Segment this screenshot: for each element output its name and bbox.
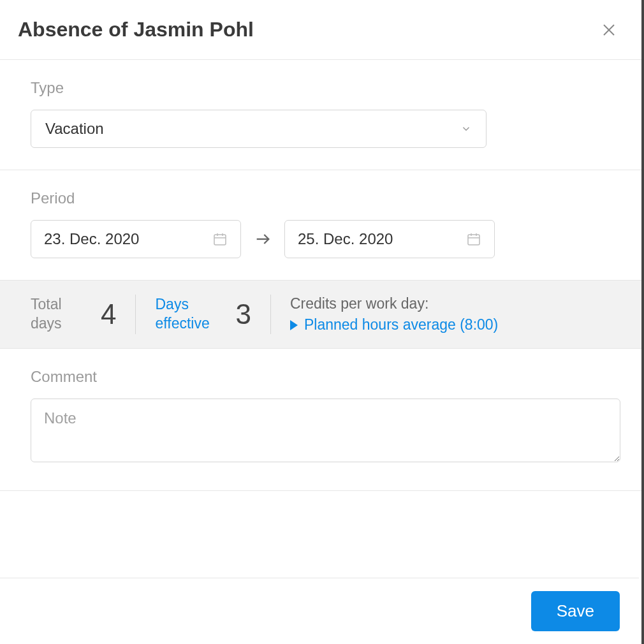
comment-section: Comment [0,349,641,491]
close-icon [601,22,617,38]
divider [135,295,136,334]
calendar-icon [212,231,228,247]
type-label: Type [31,79,616,97]
total-days-value: 4 [101,298,116,330]
type-select-value: Vacation [45,120,104,138]
start-date-input[interactable]: 23. Dec. 2020 [31,220,241,258]
comment-label: Comment [31,368,616,386]
dialog-title: Absence of Jasmin Pohl [18,18,254,41]
credits-label: Credits per work day: [290,295,498,312]
days-effective-label[interactable]: Days effective [155,295,224,333]
dialog-header: Absence of Jasmin Pohl [0,0,641,60]
arrow-right-icon [254,230,272,248]
type-section: Type Vacation [0,60,641,170]
total-days-label: Total days [31,295,89,333]
svg-rect-7 [468,235,479,245]
divider [270,295,271,334]
play-icon [290,320,298,330]
total-days-block: Total days 4 [31,295,116,333]
end-date-value: 25. Dec. 2020 [298,230,393,248]
comment-input[interactable] [31,399,620,462]
credits-link-text: Planned hours average (8:00) [304,316,498,333]
calendar-icon [466,231,481,247]
period-section: Period 23. Dec. 2020 25. Dec. 2020 [0,170,641,281]
dialog-footer: Save [0,578,639,644]
close-button[interactable] [599,20,619,40]
stats-bar: Total days 4 Days effective 3 Credits pe… [0,281,641,349]
chevron-down-icon [460,123,472,135]
days-effective-value: 3 [235,298,251,330]
days-effective-block: Days effective 3 [155,295,251,333]
period-label: Period [31,189,616,207]
absence-dialog: Absence of Jasmin Pohl Type Vacation Per… [0,0,644,644]
start-date-value: 23. Dec. 2020 [44,230,139,248]
credits-block: Credits per work day: Planned hours aver… [290,295,498,333]
end-date-input[interactable]: 25. Dec. 2020 [284,220,495,258]
svg-rect-2 [214,235,226,245]
type-select[interactable]: Vacation [31,110,487,148]
save-button[interactable]: Save [531,591,620,631]
credits-link[interactable]: Planned hours average (8:00) [290,316,498,333]
